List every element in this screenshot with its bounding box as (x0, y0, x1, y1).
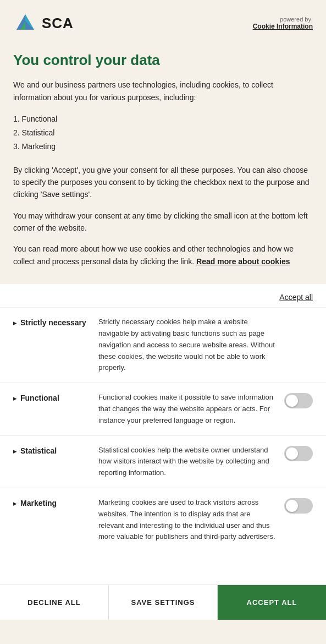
page-title: You control your data (13, 52, 313, 69)
category-name-strictly-necessary[interactable]: Strictly neces­sary (20, 318, 86, 329)
spacer (0, 563, 326, 585)
cookie-row-strictly-necessary: ▸ Strictly neces­sary Strictly necessary… (0, 307, 326, 383)
cookie-row-marketing: ▸ Marketing Marketing cookies are used t… (0, 488, 326, 552)
cookie-row-statistical: ▸ Statistical Statistical cookies help t… (0, 435, 326, 488)
powered-by-label: powered by: (253, 16, 313, 23)
header: SCA powered by: Cookie Information (0, 0, 326, 46)
purposes-list: 1. Functional 2. Statistical 3. Marketin… (13, 112, 313, 154)
read-more-link[interactable]: Read more about cookies (196, 257, 290, 266)
toggle-container-functional[interactable] (284, 392, 313, 408)
toggle-marketing[interactable] (284, 498, 313, 514)
toggle-functional[interactable] (284, 393, 313, 408)
read-more-text: You can read more about how we use cooki… (13, 243, 313, 268)
chevron-icon-marketing[interactable]: ▸ (13, 499, 17, 507)
toggle-slider-marketing (284, 498, 313, 514)
cookie-left-functional: ▸ Functional (13, 392, 98, 404)
category-name-marketing[interactable]: Marketing (20, 498, 57, 509)
list-item: 2. Statistical (13, 126, 313, 140)
category-name-functional[interactable]: Functional (20, 393, 59, 404)
chevron-icon-statistical[interactable]: ▸ (13, 447, 17, 455)
accept-all-top-button[interactable]: Accept all (279, 293, 313, 302)
toggle-container-strictly-necessary (284, 316, 313, 318)
cookie-info-link[interactable]: Cookie Information (253, 23, 313, 30)
toggle-container-marketing[interactable] (284, 497, 313, 514)
logo-text: SCA (42, 15, 74, 32)
cookie-left-statistical: ▸ Statistical (13, 445, 98, 457)
cookie-desc-marketing: Marketing cookies are used to track visi… (98, 497, 275, 543)
cookie-left-marketing: ▸ Marketing (13, 497, 98, 509)
logo-container: SCA (13, 11, 74, 35)
chevron-icon-functional[interactable]: ▸ (13, 394, 17, 402)
cookie-desc-functional: Functional cookies make it possible to s… (98, 392, 275, 426)
list-item: 3. Marketing (13, 140, 313, 154)
toggle-statistical[interactable] (284, 446, 313, 461)
save-settings-button[interactable]: SAVE SETTINGS (109, 585, 218, 620)
accept-all-top-bar: Accept all (0, 284, 326, 307)
withdraw-text: You may withdraw your consent at any tim… (13, 210, 313, 234)
consent-text: By clicking 'Accept', you give your cons… (13, 164, 313, 201)
list-item: 1. Functional (13, 112, 313, 126)
cookie-row-functional: ▸ Functional Functional cookies make it … (0, 383, 326, 435)
chevron-icon-strictly-necessary[interactable]: ▸ (13, 319, 17, 327)
cookie-desc-strictly-necessary: Strictly necessary cookies help make a w… (98, 316, 275, 374)
intro-text: We and our business partners use technol… (13, 79, 313, 103)
sca-logo-icon (13, 11, 37, 35)
toggle-slider-functional (284, 393, 313, 408)
category-name-statistical[interactable]: Statistical (20, 446, 57, 457)
powered-by-container: powered by: Cookie Information (253, 16, 313, 30)
toggle-slider-statistical (284, 446, 313, 461)
cookie-left-strictly-necessary: ▸ Strictly neces­sary (13, 316, 98, 329)
decline-all-button[interactable]: DECLINE ALL (0, 585, 109, 620)
cookie-desc-statistical: Statistical cookies help the website own… (98, 445, 275, 479)
accept-all-button[interactable]: ACCEPT ALL (218, 585, 326, 620)
main-content: You control your data We and our busines… (0, 46, 326, 284)
cookie-settings-section: Accept all ▸ Strictly neces­sary Strictl… (0, 284, 326, 563)
toggle-container-statistical[interactable] (284, 445, 313, 461)
footer-buttons: DECLINE ALL SAVE SETTINGS ACCEPT ALL (0, 585, 326, 620)
